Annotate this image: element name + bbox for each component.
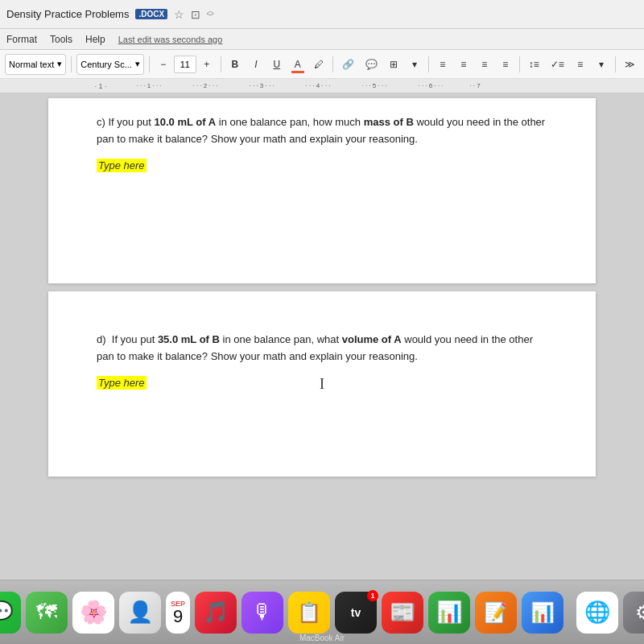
comment-button[interactable]: 💬 (361, 54, 382, 75)
appletv-badge: 1 (367, 590, 378, 601)
dock-podcasts[interactable]: 🎙 (242, 592, 283, 634)
align-right-button[interactable]: ≡ (476, 54, 493, 75)
toolbar-sep-7 (615, 56, 616, 72)
dock-pages[interactable]: 📝 (475, 592, 517, 634)
toolbar-sep-4 (332, 56, 333, 72)
image-dropdown[interactable]: ▾ (406, 54, 423, 75)
dock-settings[interactable]: ⚙ (623, 592, 644, 634)
font-size-input[interactable] (174, 56, 196, 73)
dock-numbers[interactable]: 📊 (428, 592, 470, 634)
italic-button[interactable]: I (247, 54, 265, 75)
toolbar: Normal text ▾ Century Sc... ▾ − + B I U … (0, 50, 644, 79)
question-c-text: c) If you put 10.0 mL of A in one balanc… (97, 114, 547, 148)
dock-maps[interactable]: 🗺 (26, 592, 68, 634)
dock-contacts[interactable]: 👤 (119, 592, 161, 634)
cursor-indicator: I (320, 376, 324, 393)
page-2: I d) If you put 35.0 mL of B in one bala… (48, 291, 596, 477)
menu-help[interactable]: Help (85, 34, 105, 45)
style-select[interactable]: Normal text ▾ (5, 54, 66, 75)
highlight-button[interactable]: 🖊 (310, 54, 328, 75)
dock-appletv[interactable]: tv 1 (335, 592, 377, 634)
list-dropdown[interactable]: ▾ (592, 54, 610, 75)
question-d-text: d) If you put 35.0 mL of B in one balanc… (97, 332, 547, 365)
dock-news[interactable]: 📰 (382, 592, 423, 634)
star-icon[interactable]: ☆ (174, 8, 184, 21)
image-button[interactable]: ⊞ (385, 54, 402, 75)
page-1: c) If you put 10.0 mL of A in one balanc… (48, 98, 596, 283)
dock-keynote[interactable]: 📊 (522, 592, 564, 634)
line-spacing-button[interactable]: ↕≡ (525, 54, 543, 75)
more-button[interactable]: ≫ (621, 54, 639, 75)
type-here-d[interactable]: Type here (97, 376, 147, 390)
font-select[interactable]: Century Sc... ▾ (76, 54, 144, 75)
toolbar-sep-1 (71, 56, 72, 72)
cloud-icon[interactable]: ⌔ (207, 8, 213, 21)
ruler-start: · 1 · (89, 82, 113, 90)
type-here-c[interactable]: Type here (97, 159, 147, 172)
title-bar: Density Practice Problems .DOCX ☆ ⊡ ⌔ (0, 0, 644, 29)
toolbar-sep-3 (221, 56, 221, 72)
dock-music[interactable]: 🎵 (195, 592, 237, 634)
document-title: Density Practice Problems (6, 8, 129, 20)
toolbar-sep-6 (519, 56, 520, 72)
underline-button[interactable]: U (268, 54, 286, 75)
font-size-decrease[interactable]: − (155, 54, 172, 75)
dock-messages[interactable]: 💬 (0, 592, 21, 634)
bullet-list-button[interactable]: ≡ (572, 54, 589, 75)
checklist-button[interactable]: ✓≡ (547, 54, 568, 75)
bold-button[interactable]: B (226, 54, 244, 75)
last-edit-status: Last edit was seconds ago (118, 35, 223, 44)
link-button[interactable]: 🔗 (338, 54, 358, 75)
docx-badge: .DOCX (135, 9, 167, 19)
font-color-button[interactable]: A (289, 54, 307, 75)
align-left-button[interactable]: ≡ (434, 54, 452, 75)
dock-chrome[interactable]: 🌐 (576, 592, 618, 634)
ruler-marks: · · · 1 · · · · · · 2 · · · · · · 3 · · … (121, 82, 491, 89)
menu-tools[interactable]: Tools (50, 34, 72, 45)
ruler: · 1 · · · · 1 · · · · · · 2 · · · · · · … (0, 79, 644, 93)
dock-photos[interactable]: 🌸 (72, 592, 114, 634)
window-icon[interactable]: ⊡ (191, 8, 200, 21)
font-size-controls: − + (155, 54, 216, 75)
menu-format[interactable]: Format (6, 34, 37, 45)
align-center-button[interactable]: ≡ (455, 54, 473, 75)
align-justify-button[interactable]: ≡ (497, 54, 514, 75)
toolbar-sep-2 (149, 56, 150, 72)
menu-bar: Format Tools Help Last edit was seconds … (0, 29, 644, 50)
font-size-increase[interactable]: + (198, 54, 216, 75)
color-indicator (291, 71, 304, 73)
dock-calendar[interactable]: SEP 9 (166, 592, 190, 634)
dock: 💬 🗺 🌸 👤 SEP 9 🎵 🎙 📋 tv 1 📰 📊 📝 📊 🌐 ⚙ (0, 580, 644, 644)
dock-notes[interactable]: 📋 (288, 592, 330, 634)
toolbar-sep-5 (428, 56, 429, 72)
document-area: c) If you put 10.0 mL of A in one balanc… (0, 93, 644, 580)
